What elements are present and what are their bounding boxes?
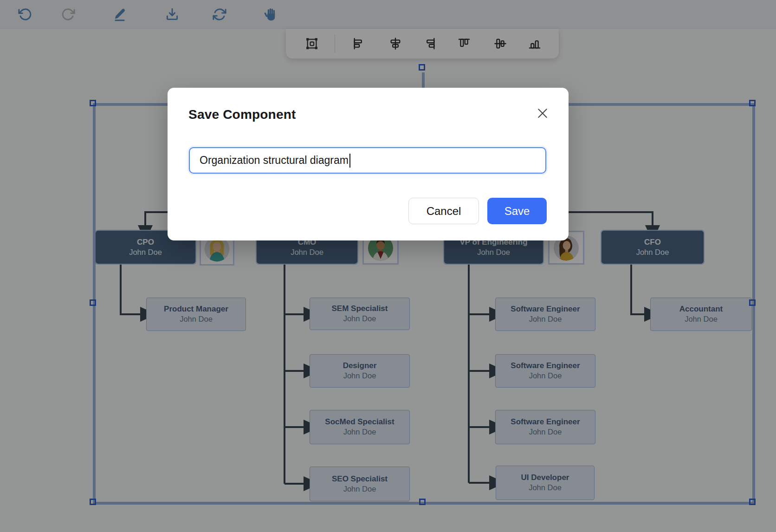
modal-backdrop[interactable] <box>0 0 776 532</box>
app-canvas: CPO John Doe CMO John Doe VP of Engineer… <box>0 0 776 532</box>
cancel-button[interactable]: Cancel <box>408 198 479 224</box>
close-icon[interactable] <box>536 107 549 120</box>
text-caret <box>349 154 350 168</box>
save-component-dialog: Save Component Organization structural d… <box>168 88 569 240</box>
component-name-input[interactable]: Organization structural diagram <box>189 147 546 174</box>
component-name-value: Organization structural diagram <box>200 154 349 167</box>
dialog-title: Save Component <box>188 107 296 122</box>
save-button[interactable]: Save <box>487 198 547 224</box>
